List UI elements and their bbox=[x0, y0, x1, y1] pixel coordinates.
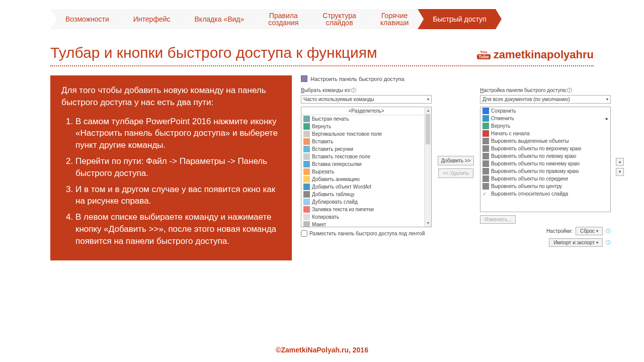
list-item[interactable]: Выровнять выделенные объекты bbox=[480, 137, 610, 145]
vtextbox-icon bbox=[303, 131, 310, 137]
step-3: И в том и в другом случае у вас появится… bbox=[75, 184, 281, 208]
align-top-icon bbox=[482, 145, 489, 152]
customize-icon bbox=[301, 75, 307, 82]
align-bottom-icon bbox=[482, 160, 489, 167]
list-item[interactable]: Добавить объект WordArt▸ bbox=[301, 183, 431, 191]
eyedropper-icon bbox=[303, 206, 310, 213]
scrollbar[interactable]: ▴ ▾ bbox=[424, 107, 431, 227]
youtube-icon: You Tube bbox=[477, 50, 491, 59]
list-item[interactable]: <Разделитель> bbox=[301, 107, 431, 115]
animation-icon bbox=[303, 176, 310, 183]
add-button[interactable]: Добавить >> bbox=[438, 156, 474, 165]
list-item[interactable]: Макет▸ bbox=[301, 221, 431, 227]
align-center-icon bbox=[482, 183, 489, 190]
instruction-box: Для того чтобы добавить новую команду на… bbox=[50, 75, 292, 260]
list-item[interactable]: Вставить текстовое поле bbox=[301, 153, 431, 160]
check-icon: ✓ bbox=[482, 191, 489, 197]
undo-icon bbox=[482, 115, 489, 122]
below-ribbon-checkbox[interactable] bbox=[301, 230, 307, 237]
breadcrumb-nav: Возможности Интерфейс Вкладка «Вид» Прав… bbox=[0, 0, 644, 29]
redo-icon bbox=[303, 123, 310, 130]
step-4: В левом списке выбираете команду и нажим… bbox=[75, 211, 281, 247]
cut-icon bbox=[303, 168, 310, 175]
redo-icon bbox=[482, 123, 489, 129]
list-item[interactable]: Выровнять объекты по центру bbox=[480, 183, 610, 190]
list-item[interactable]: Вырезать bbox=[301, 168, 431, 175]
paste-icon bbox=[303, 138, 310, 145]
list-item[interactable]: Выровнять объекты по верхнему краю bbox=[480, 145, 610, 152]
list-item[interactable]: Добавить анимацию▸ bbox=[301, 175, 431, 183]
list-item[interactable]: Быстрая печать bbox=[301, 115, 431, 123]
chevron-down-icon: ▾ bbox=[606, 97, 608, 102]
list-item[interactable]: Добавить таблицу bbox=[301, 191, 431, 198]
step-1: В самом тулбаре PowerPoint 2016 нажмите … bbox=[75, 116, 281, 151]
youtube-channel[interactable]: You Tube zametkinapolyahru bbox=[477, 48, 594, 61]
import-export-button[interactable]: Импорт и экспорт ▾ bbox=[549, 238, 603, 247]
textbox-icon bbox=[303, 153, 310, 160]
list-item[interactable]: Вставить bbox=[301, 138, 431, 145]
settings-label: Настройки: bbox=[546, 228, 573, 234]
below-ribbon-label: Разместить панель быстрого доступа под л… bbox=[309, 231, 425, 236]
left-select[interactable]: Часто используемые команды▾ bbox=[301, 95, 432, 104]
dialog-title: Настроить панель быстрого доступа bbox=[310, 76, 405, 82]
nav-item-1[interactable]: Интерфейс bbox=[118, 9, 180, 29]
right-label: Настройка панели быстрого доступа:ⓘ bbox=[480, 87, 611, 94]
save-icon bbox=[482, 108, 489, 114]
page-title: Тулбар и кнопки быстрого доступа к функц… bbox=[50, 44, 377, 61]
start-icon bbox=[482, 130, 489, 137]
list-item[interactable]: Выровнять объекты по нижнему краю bbox=[480, 160, 610, 167]
list-item[interactable]: Сохранить bbox=[480, 107, 610, 115]
align-left-icon bbox=[482, 153, 489, 159]
channel-name: zametkinapolyahru bbox=[494, 48, 594, 61]
list-item[interactable]: Вернуть bbox=[301, 123, 431, 130]
nav-item-3[interactable]: Правила создания bbox=[253, 9, 307, 29]
align-middle-icon bbox=[482, 175, 489, 182]
hyperlink-icon bbox=[303, 161, 310, 167]
current-commands-list[interactable]: Сохранить Отменить▸ Вернуть Начать с нач… bbox=[480, 107, 611, 212]
pictures-icon bbox=[303, 146, 310, 152]
move-down-button[interactable]: ▾ bbox=[616, 168, 624, 176]
intro-text: Для того чтобы добавить новую команду на… bbox=[61, 84, 281, 109]
nav-item-2[interactable]: Вкладка «Вид» bbox=[180, 9, 254, 29]
footer: ©ZametkiNaPolyah.ru, 2016 bbox=[0, 346, 644, 354]
align-icon bbox=[482, 138, 489, 144]
list-item[interactable]: Выровнять объекты по правому краю bbox=[480, 167, 610, 175]
move-up-button[interactable]: ▴ bbox=[616, 158, 624, 166]
chevron-down-icon: ▾ bbox=[427, 97, 429, 102]
list-item[interactable]: Дублировать слайд bbox=[301, 198, 431, 206]
wordart-icon bbox=[303, 184, 310, 190]
remove-button[interactable]: << Удалить bbox=[438, 168, 473, 178]
nav-item-0[interactable]: Возможности bbox=[50, 9, 118, 29]
scroll-thumb[interactable] bbox=[426, 114, 430, 144]
list-item[interactable]: Вертикальное текстовое поле bbox=[301, 130, 431, 138]
options-dialog: Настроить панель быстрого доступа Выбрат… bbox=[301, 75, 624, 260]
list-item[interactable]: Вставить рисунки bbox=[301, 145, 431, 153]
list-item[interactable]: Отменить▸ bbox=[480, 115, 610, 122]
right-select[interactable]: Для всех документов (по умолчанию)▾ bbox=[480, 95, 611, 104]
reset-button[interactable]: Сброс ▾ bbox=[576, 227, 603, 235]
list-item[interactable]: ✓Выровнять относительно слайда bbox=[480, 190, 610, 198]
duplicate-icon bbox=[303, 199, 310, 205]
modify-button[interactable]: Изменить... bbox=[480, 215, 516, 224]
copy-icon bbox=[303, 214, 310, 220]
nav-item-4[interactable]: Структура слайдов bbox=[307, 9, 365, 29]
list-item[interactable]: Вставка гиперссылки bbox=[301, 160, 431, 168]
list-item[interactable]: Начать с начала bbox=[480, 130, 610, 137]
step-2: Перейти по пути: Файл -> Параметры -> Па… bbox=[75, 155, 281, 179]
nav-item-6[interactable]: Быстрый доступ bbox=[418, 9, 495, 29]
scroll-down-icon[interactable]: ▾ bbox=[425, 220, 431, 227]
available-commands-list[interactable]: <Разделитель> Быстрая печать Вернуть Вер… bbox=[301, 107, 432, 227]
list-item[interactable]: Копировать bbox=[301, 213, 431, 221]
list-item[interactable]: Выровнять объекты по левому краю bbox=[480, 152, 610, 160]
list-item[interactable]: Выровнять объекты по середине bbox=[480, 175, 610, 183]
left-label: Выбрать команды из:ⓘ bbox=[301, 87, 432, 94]
table-icon bbox=[303, 191, 310, 198]
nav-item-5[interactable]: Горячие клавиши bbox=[365, 9, 418, 29]
print-icon bbox=[303, 116, 310, 122]
layout-icon bbox=[303, 221, 310, 227]
align-right-icon bbox=[482, 168, 489, 174]
scroll-up-icon[interactable]: ▴ bbox=[425, 107, 431, 114]
list-item[interactable]: Вернуть bbox=[480, 122, 610, 130]
list-item[interactable]: Заливка текста из пипетки bbox=[301, 206, 431, 213]
